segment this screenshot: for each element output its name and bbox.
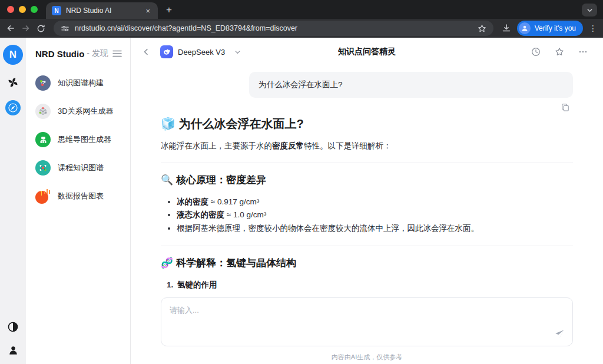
forward-button[interactable] [21,24,31,33]
profile-avatar-icon [519,22,531,34]
macos-window-controls [7,0,38,19]
window-minimize-button[interactable] [19,6,26,13]
history-clock-icon[interactable] [531,47,541,57]
chevron-left-icon [143,48,150,55]
ice-emoji-icon: 🧊 [161,117,175,130]
arrow-left-icon [6,24,15,33]
paper-plane-icon [555,329,565,339]
chat-input-container [161,297,573,346]
section2-title: 🧬 科学解释：氢键与晶体结构 [161,256,573,270]
bullet-item: 冰的密度 ≈ 0.917 g/cm³ [177,196,573,209]
chevron-down-icon [234,49,241,55]
message-toolbar [161,103,569,111]
divider [161,163,573,163]
tab-favicon: N [52,6,61,15]
site-settings-icon [61,24,69,33]
sidebar-menu: 知识图谱构建 3D关系网生成器 思维导图生成器 课程知识图谱 [35,75,122,204]
sidebar-header: NRD Studio - 发现 [35,48,122,59]
address-bar[interactable]: nrdstudio.cn/ai/discover/chat?agentId=NS… [54,21,493,36]
chat-header: 知识点问答精灵 DeepSeek V3 [131,38,603,66]
magnifier-emoji-icon: 🔍 [161,174,173,186]
chevron-down-icon [587,7,593,14]
sidebar-item-label: 课程知识图谱 [58,163,104,173]
knowledge-graph-icon [35,75,51,91]
nrd-logo-icon[interactable]: N [3,45,23,65]
back-button[interactable] [6,24,15,33]
sidebar-item-3d-network[interactable]: 3D关系网生成器 [35,104,122,119]
sidebar-panel: NRD Studio - 发现 知识图谱构建 3D关系网生成器 [26,38,131,364]
new-tab-button[interactable]: + [166,4,172,16]
browser-toolbar: nrdstudio.cn/ai/discover/chat?agentId=NS… [0,19,603,38]
chat-message-list[interactable]: 为什么冰会浮在水面上? 🧊 为什么冰会浮在水面上? 冰能浮在水面上，主要源于水的… [161,66,573,293]
chat-main: 知识点问答精灵 DeepSeek V3 为什么冰会浮在水面上? [131,38,603,364]
bookmark-star-icon[interactable] [478,24,486,33]
pie-chart-icon [35,188,51,204]
user-account-icon[interactable] [8,345,19,356]
collapse-back-button[interactable] [140,46,152,58]
downloads-button[interactable] [502,24,511,33]
section1-title: 🔍 核心原理：密度差异 [161,173,573,187]
window-close-button[interactable] [7,6,14,13]
more-ellipsis-icon[interactable] [578,47,588,57]
response-h1: 🧊 为什么冰会浮在水面上? [161,116,573,132]
sidebar-item-label: 思维导图生成器 [58,134,111,145]
user-message-bubble: 为什么冰会浮在水面上? [249,72,573,98]
dna-emoji-icon: 🧬 [161,257,173,269]
reload-button[interactable] [37,24,45,33]
hamburger-icon [112,49,122,58]
3d-network-icon [35,104,51,119]
sidebar-item-course-graph[interactable]: 课程知识图谱 [35,160,122,176]
bullet-item: 液态水的密度 ≈ 1.0 g/cm³ [177,209,573,222]
assistant-message: 🧊 为什么冰会浮在水面上? 冰能浮在水面上，主要源于水的密度反常特性。以下是详细… [161,116,573,293]
deepseek-logo-icon [160,45,173,58]
course-graph-icon [35,160,51,176]
numbered-item: 1. 氢键的作用 水分子（H₂O）通过氢键相互吸引。在液态水中，氢键不断断裂与重… [167,279,573,293]
theme-contrast-icon[interactable] [7,321,19,333]
bullet-item: 根据阿基米德原理，密度较小的物体会在密度较大的流体中上浮，因此冰会浮在水面。 [177,222,573,236]
download-icon [502,24,511,33]
divider [161,246,573,246]
browser-menu-button[interactable]: ⋮ [589,24,597,32]
window-zoom-button[interactable] [31,6,38,13]
ai-disclaimer: 内容由AI生成，仅供参考 [131,353,603,362]
browser-tab-active[interactable]: N NRD Studio AI × [46,2,158,19]
url-text: nrdstudio.cn/ai/discover/chat?agentId=NS… [75,24,472,32]
sidebar-item-mindmap[interactable]: 思维导图生成器 [35,132,122,147]
icon-rail: N [0,38,26,364]
mindmap-icon [35,132,51,147]
response-intro: 冰能浮在水面上，主要源于水的密度反常特性。以下是详细解析： [161,140,573,153]
brand-title: NRD Studio [35,49,84,59]
arrow-right-icon [21,24,31,33]
model-selector[interactable]: DeepSeek V3 [160,45,241,58]
chat-input[interactable] [170,305,564,339]
send-button[interactable] [555,329,565,339]
app-root: N NRD Studio - 发现 知识图谱 [0,38,603,364]
model-name: DeepSeek V3 [178,48,225,57]
copy-icon[interactable] [561,103,569,111]
pinwheel-icon[interactable] [7,77,19,88]
reload-icon [37,24,45,33]
profile-chip-label: Verify it's you [535,24,576,32]
user-message-row: 为什么冰会浮在水面上? [161,72,573,98]
sidebar-item-label: 3D关系网生成器 [58,106,114,117]
sidebar-menu-button[interactable] [112,49,122,58]
favorite-star-icon[interactable] [555,47,564,57]
sidebar-item-data-charts[interactable]: 数据报告图表 [35,188,122,204]
sidebar-item-knowledge-graph[interactable]: 知识图谱构建 [35,75,122,91]
tab-search-button[interactable] [582,4,597,16]
compass-icon[interactable] [5,100,21,115]
sidebar-item-label: 数据报告图表 [58,191,104,201]
browser-tabstrip: N NRD Studio AI × + [0,0,603,19]
tab-close-icon[interactable]: × [144,6,152,16]
section1-bullets: 冰的密度 ≈ 0.917 g/cm³ 液态水的密度 ≈ 1.0 g/cm³ 根据… [177,196,573,236]
tab-title: NRD Studio AI [66,6,139,15]
sidebar-item-label: 知识图谱构建 [58,78,104,88]
chat-header-actions [531,47,588,57]
profile-verify-chip[interactable]: Verify it's you [517,21,583,36]
brand-subtitle: - 发现 [87,48,108,59]
